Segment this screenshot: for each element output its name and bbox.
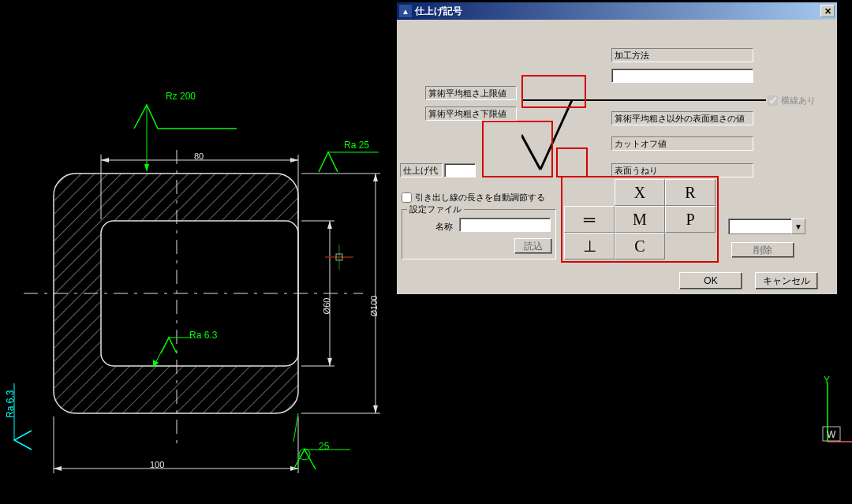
label-ra25: Ra 25 xyxy=(344,140,369,151)
cancel-button[interactable]: キャンセル xyxy=(755,272,818,289)
input-settings-name[interactable] xyxy=(459,218,551,232)
sym-equal[interactable]: ═ xyxy=(564,206,615,233)
label-name: 名称 xyxy=(435,221,453,233)
sym-m[interactable]: M xyxy=(615,206,665,233)
delete-button[interactable]: 削除 xyxy=(731,242,794,258)
label-waviness: 表面うねり xyxy=(611,163,753,177)
axis-y: Y xyxy=(824,375,830,386)
sym-x[interactable]: X xyxy=(615,179,665,206)
svg-marker-8 xyxy=(101,158,109,162)
app-icon: ▲ xyxy=(399,5,412,17)
dim-d100: Ø100 xyxy=(369,296,379,317)
settings-dropdown[interactable]: ▼ xyxy=(728,218,805,234)
svg-marker-19 xyxy=(327,358,332,366)
dim-80: 80 xyxy=(194,151,204,161)
label-rz200: Rz 200 xyxy=(166,91,196,102)
svg-marker-9 xyxy=(290,158,298,162)
surface-finish-dialog: ▲ 仕上げ記号 ✕ 加工方法 算術平均粗さ上限値 算術平均粗さ下限値 横線あり xyxy=(396,2,838,295)
label-ra63: Ra 6.3 xyxy=(189,330,217,341)
close-icon[interactable]: ✕ xyxy=(820,5,835,17)
svg-marker-24 xyxy=(373,405,378,413)
connector-line xyxy=(570,99,766,101)
group-title: 設定ファイル xyxy=(407,203,464,215)
symbol-picker: ═ ⊥ X M C R P xyxy=(564,179,716,259)
ok-button[interactable]: OK xyxy=(679,272,742,289)
sym-r[interactable]: R xyxy=(665,179,716,206)
dialog-body: 加工方法 算術平均粗さ上限値 算術平均粗さ下限値 横線あり 算術平均粗さ以外の表… xyxy=(397,20,837,294)
axis-w: W xyxy=(827,429,835,440)
chk-has-line[interactable]: 横線あり xyxy=(768,95,816,106)
svg-line-29 xyxy=(155,338,169,364)
dialog-titlebar[interactable]: ▲ 仕上げ記号 ✕ xyxy=(397,2,837,20)
label-cutoff: カットオフ値 xyxy=(611,136,753,151)
svg-line-43 xyxy=(521,135,540,170)
dim-25: 25 xyxy=(319,441,329,452)
chevron-down-icon[interactable]: ▼ xyxy=(791,218,805,234)
sym-c[interactable]: C xyxy=(615,233,665,259)
label-other-rough: 算術平均粗さ以外の表面粗さの値 xyxy=(611,111,753,125)
svg-marker-23 xyxy=(373,174,378,181)
sym-perp[interactable]: ⊥ xyxy=(564,233,615,259)
input-proc-method[interactable] xyxy=(611,69,753,83)
sym-p[interactable]: P xyxy=(665,206,716,233)
label-proc-method: 加工方法 xyxy=(611,48,753,62)
svg-marker-18 xyxy=(327,221,332,229)
label-finish-allow: 仕上げ代 xyxy=(400,163,443,177)
svg-marker-13 xyxy=(54,466,62,471)
label-ra63-left: Ra 6.3 xyxy=(5,390,16,418)
dim-d60: Ø60 xyxy=(322,298,331,315)
label-upper: 算術平均粗さ上限値 xyxy=(425,86,517,100)
dim-100: 100 xyxy=(150,460,164,469)
svg-marker-26 xyxy=(144,164,149,172)
group-settings-file: 設定ファイル 名称 読込 xyxy=(402,209,556,259)
input-finish-allow[interactable] xyxy=(444,163,476,177)
label-lower: 算術平均粗さ下限値 xyxy=(425,106,517,121)
chk-leader-auto[interactable]: 引き出し線の長さを自動調節する xyxy=(402,192,545,203)
dialog-title: 仕上げ記号 xyxy=(415,5,462,18)
svg-line-33 xyxy=(293,413,298,442)
load-button[interactable]: 読込 xyxy=(514,238,552,254)
symbol-preview xyxy=(521,75,624,181)
